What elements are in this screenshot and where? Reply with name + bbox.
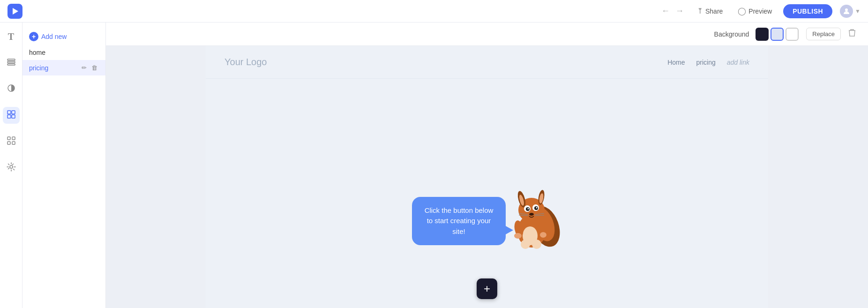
theme-icon <box>7 83 16 95</box>
svg-marker-0 <box>13 8 18 15</box>
svg-rect-10 <box>7 137 10 140</box>
speech-bubble: Click the button below to start creating… <box>412 197 506 246</box>
bg-swatch-dark[interactable] <box>756 28 769 41</box>
bg-label: Background <box>714 30 749 38</box>
svg-point-40 <box>532 240 541 249</box>
page-delete-button[interactable]: 🗑 <box>90 64 99 72</box>
svg-rect-12 <box>7 142 10 144</box>
bg-color-options <box>756 28 799 41</box>
sidebar-item-layers[interactable] <box>3 54 20 71</box>
page-item-pricing[interactable]: pricing ✏ 🗑 <box>22 60 105 75</box>
svg-point-28 <box>528 208 529 210</box>
settings-icon <box>7 162 16 174</box>
svg-rect-9 <box>12 115 15 118</box>
svg-point-29 <box>536 207 538 209</box>
canvas-nav-links: Home pricing add link <box>667 59 749 66</box>
canvas-body: Click the button below to start creating… <box>206 79 768 308</box>
page-canvas: Your Logo Home pricing add link Click th… <box>206 46 768 308</box>
replace-button[interactable]: Replace <box>806 28 841 40</box>
share-button[interactable]: ⤒ Share <box>693 5 726 17</box>
canvas-navbar: Your Logo Home pricing add link <box>206 46 768 79</box>
redo-icon: → <box>675 6 684 15</box>
svg-point-14 <box>10 165 13 168</box>
canvas-logo: Your Logo <box>224 57 267 68</box>
svg-point-1 <box>845 8 848 11</box>
bg-swatch-white[interactable] <box>786 28 799 41</box>
speech-bubble-row: Click the button below to start creating… <box>412 175 562 245</box>
topbar-actions: ← → ⤒ Share ◯ Preview PUBLISH ▼ <box>659 4 861 18</box>
plus-icon: + <box>484 282 490 295</box>
sidebar-item-settings[interactable] <box>3 159 20 176</box>
canvas-nav-pricing[interactable]: pricing <box>696 59 715 66</box>
add-new-label: Add new <box>41 33 67 40</box>
svg-rect-3 <box>7 61 15 63</box>
share-icon: ⤒ <box>697 7 703 15</box>
svg-rect-6 <box>7 111 11 114</box>
trash-icon <box>848 30 856 39</box>
add-icon: + <box>29 32 38 41</box>
svg-rect-7 <box>12 111 15 114</box>
squirrel-figure <box>501 175 562 250</box>
user-avatar <box>840 5 853 18</box>
layers-icon <box>7 57 16 69</box>
user-chevron-icon: ▼ <box>855 8 861 15</box>
pages-icon <box>7 110 16 121</box>
publish-button[interactable]: PUBLISH <box>783 4 832 18</box>
page-label-pricing: pricing <box>29 64 48 72</box>
add-new-button[interactable]: + Add new <box>22 28 105 45</box>
sidebar-item-pages[interactable] <box>3 107 20 124</box>
add-section-button[interactable]: + <box>477 278 497 299</box>
sidebar-item-text[interactable]: T <box>3 28 20 45</box>
svg-rect-8 <box>7 115 11 118</box>
sidebar-item-theme[interactable] <box>3 81 20 98</box>
page-item-home[interactable]: home <box>22 45 105 60</box>
svg-point-37 <box>514 233 522 239</box>
canvas-area: Background Replace Your Logo <box>106 23 868 308</box>
app-logo <box>7 4 22 19</box>
preview-icon: ◯ <box>738 7 746 15</box>
main-layout: T <box>0 23 868 308</box>
preview-label: Preview <box>748 8 772 15</box>
blocks-icon <box>7 136 16 148</box>
squirrel-area: Click the button below to start creating… <box>412 175 562 245</box>
pages-panel: + Add new home pricing ✏ 🗑 <box>22 23 106 308</box>
svg-point-30 <box>529 213 534 216</box>
topbar-left <box>7 4 22 19</box>
bg-bar: Background Replace <box>106 23 868 46</box>
redo-button[interactable]: → <box>673 5 686 17</box>
topbar: ← → ⤒ Share ◯ Preview PUBLISH ▼ <box>0 0 868 23</box>
undo-button[interactable]: ← <box>659 5 672 17</box>
page-label-home: home <box>29 49 45 56</box>
bg-swatch-lightblue[interactable] <box>771 28 784 41</box>
sidebar-item-blocks[interactable] <box>3 133 20 150</box>
page-edit-button[interactable]: ✏ <box>80 64 88 72</box>
user-menu-button[interactable]: ▼ <box>840 5 861 18</box>
svg-rect-11 <box>12 137 15 140</box>
undo-icon: ← <box>661 6 670 15</box>
svg-rect-13 <box>12 142 15 144</box>
canvas-content: Your Logo Home pricing add link Click th… <box>106 46 868 308</box>
svg-point-38 <box>540 232 546 238</box>
nav-arrows: ← → <box>659 5 686 17</box>
svg-point-39 <box>521 240 530 249</box>
speech-bubble-text: Click the button below to start creating… <box>425 206 494 235</box>
page-pricing-actions: ✏ 🗑 <box>80 64 99 72</box>
canvas-nav-home[interactable]: Home <box>667 59 685 66</box>
preview-button[interactable]: ◯ Preview <box>734 5 776 17</box>
svg-rect-4 <box>7 64 15 65</box>
text-tool-icon: T <box>8 31 14 42</box>
sidebar: T <box>0 23 22 308</box>
delete-background-button[interactable] <box>846 28 859 40</box>
svg-rect-2 <box>7 59 15 60</box>
share-label: Share <box>705 8 723 15</box>
canvas-nav-addlink[interactable]: add link <box>727 59 749 66</box>
